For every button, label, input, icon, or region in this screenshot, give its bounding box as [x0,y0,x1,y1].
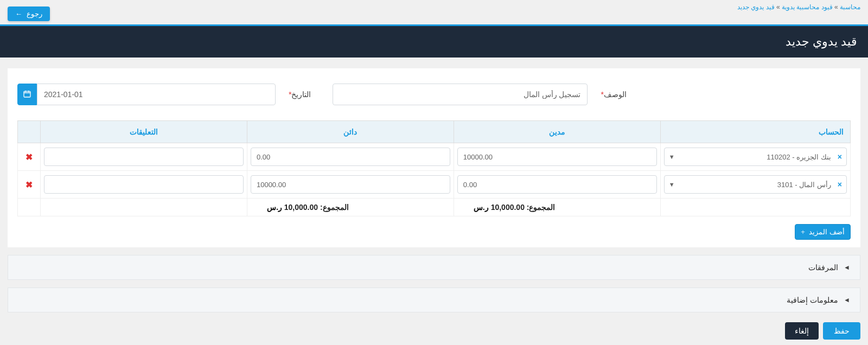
cancel-button[interactable]: إلغاء [785,322,819,340]
back-arrow-icon: ← [15,10,22,18]
breadcrumb: محاسبة » قيود محاسبية يدوية » قيد يدوي ج… [737,3,860,11]
credit-total-label: المجموع: [320,203,349,212]
page-title: قيد يدوي جديد [11,35,857,49]
add-more-button[interactable]: أضف المزيد + [795,224,851,240]
plus-icon: + [801,228,805,236]
date-picker-button[interactable] [17,84,37,105]
back-button-label: رجوع [27,10,42,18]
account-text: 110202 - بنك الجزيره [675,153,834,161]
col-credit: دائن [247,121,454,143]
credit-input-row-2[interactable] [251,175,450,194]
add-more-label: أضف المزيد [809,228,845,236]
chevron-down-icon: ▼ [669,181,675,188]
currency-label: ر.س [267,203,282,212]
date-label: التاريخ* [289,90,311,99]
description-input[interactable] [333,84,588,105]
clear-account-icon[interactable]: × [838,152,842,161]
col-comments: التعليقات [41,121,247,143]
attachments-panel[interactable]: ◄ المرفقات [8,255,860,280]
account-text: 3101 - رأس المال [675,181,834,189]
col-account: الحساب [660,121,850,143]
save-button[interactable]: حفظ [823,322,860,340]
delete-row-button[interactable]: ✖ [25,180,33,190]
chevron-left-icon: ◄ [844,264,850,271]
extra-info-panel[interactable]: ◄ معلومات إضافية [8,288,860,312]
col-delete [18,121,41,143]
svg-rect-0 [24,91,30,97]
back-button[interactable]: رجوع ← [8,7,50,21]
credit-input-row-1[interactable] [251,148,450,166]
breadcrumb-new-entry[interactable]: قيد يدوي جديد [737,3,775,11]
debit-input-row-2[interactable] [457,175,657,194]
comment-input-row-1[interactable] [44,148,244,166]
title-bar: قيد يدوي جديد [0,24,868,58]
debit-input-row-1[interactable] [457,148,657,166]
table-row: × 3101 - رأس المال ▼ ✖ [18,171,851,199]
delete-row-button[interactable]: ✖ [25,152,33,162]
debit-total-label: المجموع: [527,203,556,212]
credit-total-value: 10,000.00 [284,203,318,212]
chevron-down-icon: ▼ [669,154,675,160]
debit-total-value: 10,000.00 [491,203,525,212]
description-label: الوصف* [601,90,626,99]
totals-row: المجموع: 10,000.00 ر.س المجموع: 10,000.0… [18,199,851,216]
currency-label: ر.س [474,203,489,212]
calendar-icon [23,90,31,100]
breadcrumb-manual-entries[interactable]: قيود محاسبية يدوية [782,3,833,11]
breadcrumb-sep-2: » [776,3,780,11]
comment-input-row-2[interactable] [44,175,244,194]
attachments-title: المرفقات [808,263,838,272]
table-row: × 110202 - بنك الجزيره ▼ ✖ [18,143,851,171]
breadcrumb-sep-1: » [834,3,838,11]
extra-info-title: معلومات إضافية [787,296,838,304]
journal-entry-table: الحساب مدين دائن التعليقات × 110202 - بن… [17,120,851,216]
chevron-left-icon: ◄ [844,296,850,304]
breadcrumb-accounting[interactable]: محاسبة [840,3,860,11]
account-select-row-2[interactable]: × 3101 - رأس المال ▼ [664,175,847,194]
col-debit: مدين [454,121,660,143]
clear-account-icon[interactable]: × [838,180,842,189]
date-input[interactable] [37,84,276,105]
main-content: الوصف* التاريخ* [8,68,860,247]
account-select-row-1[interactable]: × 110202 - بنك الجزيره ▼ [664,148,847,166]
